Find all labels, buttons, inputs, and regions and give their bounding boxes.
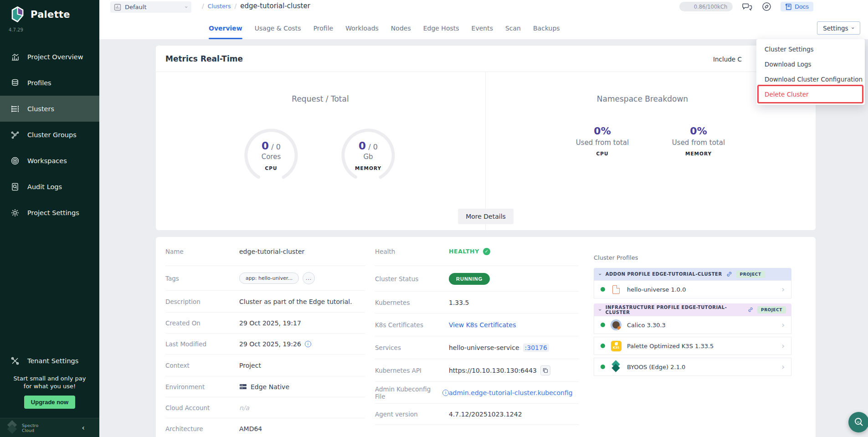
tag-chip[interactable]: app: hello-univer... [239,272,299,284]
k3s-icon: K3S [611,341,621,351]
sidebar-collapse-icon[interactable]: ‹ [82,423,85,432]
settings-dropdown-menu: Cluster Settings Download Logs Download … [756,39,865,105]
manifest-icon [612,285,620,294]
sidebar-tenant-settings: Tenant Settings [0,348,99,374]
namespace-cpu-percent: 0% [576,125,629,137]
tenant-settings-icon [10,356,20,365]
addon-profile-group: › ADDON PROFILE EDGE-TUTORIAL-CLUSTER PR… [594,268,791,298]
info-icon[interactable]: i [442,390,449,396]
info-icon[interactable]: i [305,341,311,347]
tab-scan[interactable]: Scan [505,17,521,39]
detail-row-modified: Last Modified 29 Oct 2025, 19:26i [165,334,365,355]
sidebar-item-label: Project Overview [27,53,83,61]
cpu-gauge-value: 0 / 0 [262,140,281,152]
detail-row-kubeconfig: Admin Kubeconfig Filei admin.edge-tutori… [375,382,579,404]
chat-icon [742,2,753,11]
chevron-right-icon: › [781,285,785,294]
menu-item-download-logs[interactable]: Download Logs [756,57,865,72]
infrastructure-profile-name: INFRASTRUCTURE PROFILE EDGE-TUTORIAL-CLU… [606,305,744,315]
view-k8s-certificates-link[interactable]: View K8s Certificates [449,321,516,329]
profile-layer-byoos[interactable]: BYOOS (Edge) 2.1.0 › [594,358,791,376]
sidebar-item-label: Workspaces [27,157,67,165]
chevron-down-icon[interactable]: › [597,273,603,275]
settings-button-label: Settings [823,25,848,32]
sidebar-item-clusters[interactable]: Clusters [0,96,99,122]
tab-backups[interactable]: Backups [533,17,560,39]
sidebar-item-project-overview[interactable]: Project Overview [0,44,99,70]
infrastructure-profile-header[interactable]: › INFRASTRUCTURE PROFILE EDGE-TUTORIAL-C… [594,303,791,316]
copy-icon [543,368,548,373]
detail-row-certificates: K8s Certificates View K8s Certificates [375,314,579,336]
layer-status-dot [601,344,605,348]
upgrade-now-button[interactable]: Upgrade now [24,396,75,409]
docs-label: Docs [795,3,809,10]
edge-native-icon [239,383,247,390]
last-modified-value: 29 Oct 2025, 19:26 [239,340,301,348]
sidebar-item-audit-logs[interactable]: Audit Logs [0,174,99,200]
cluster-profiles-section: Cluster Profiles › ADDON PROFILE EDGE-TU… [594,254,791,381]
detail-row-services: Services hello-universe-service :30176 [375,336,579,359]
tab-nodes[interactable]: Nodes [391,17,411,39]
chevron-down-icon[interactable]: › [597,308,603,311]
support-search-fab[interactable] [848,412,868,432]
sidebar-item-project-settings[interactable]: Project Settings [0,200,99,226]
chevron-right-icon: › [781,362,785,371]
menu-item-cluster-settings[interactable]: Cluster Settings [756,42,865,57]
divider [485,72,486,230]
sidebar-item-tenant-settings[interactable]: Tenant Settings [0,348,99,374]
profile-layer-k3s[interactable]: K3S Palette Optimized K3S 1.33.5 › [594,337,791,355]
divider [156,72,816,72]
sidebar-item-profiles[interactable]: Profiles [0,70,99,96]
sidebar-item-label: Project Settings [27,209,79,216]
tab-events[interactable]: Events [472,17,493,39]
tab-overview[interactable]: Overview [209,17,242,39]
settings-button[interactable]: Settings › [817,21,860,35]
profile-layer-calico[interactable]: Calico 3.30.3 › [594,316,791,334]
project-selector-value: Default [125,4,147,10]
promo-line2: for what you use! [0,382,99,390]
detail-row-tags: Tags app: hello-univer... ... [165,266,365,291]
kubeconfig-download-link[interactable]: admin.edge-tutorial-cluster.kubeconfig [449,389,573,396]
calico-icon [611,319,621,330]
details-middle-column: Health HEALTHY✓ Cluster Status RUNNING K… [375,237,579,425]
copy-button[interactable] [540,365,550,375]
detail-row-kubernetes-api: Kubernetes API https://10.10.130.130:644… [375,359,579,382]
help-button[interactable] [762,2,771,11]
breadcrumb-separator: / [202,2,204,10]
tab-edge-hosts[interactable]: Edge Hosts [423,17,459,39]
menu-item-delete-cluster[interactable]: Delete Cluster [756,87,865,102]
project-selector[interactable]: Default › [110,1,191,13]
breadcrumb-clusters-link[interactable]: Clusters [208,3,231,10]
chat-button[interactable] [742,2,753,11]
layer-status-dot [601,287,605,292]
tab-usage-costs[interactable]: Usage & Costs [255,17,301,39]
tab-profile[interactable]: Profile [313,17,334,39]
addon-profile-header[interactable]: › ADDON PROFILE EDGE-TUTORIAL-CLUSTER PR… [594,268,791,280]
profile-layer-hello-universe[interactable]: hello-universe 1.0.0 › [594,280,791,298]
detail-row-health: Health HEALTHY✓ [375,237,579,266]
project-scope-badge: PROJECT [757,306,786,314]
top-bar: Default › / Clusters / edge-tutorial-clu… [99,0,868,39]
spectro-cloud-brand: Spectro Cloud [22,423,38,433]
sidebar-item-workspaces[interactable]: Workspaces [0,148,99,174]
more-details-button[interactable]: More Details [458,209,514,224]
tab-bar: Overview Usage & Costs Profile Workloads… [209,17,560,39]
clusters-icon [10,104,20,113]
detail-row-created: Created On 29 Oct 2025, 19:17 [165,313,365,334]
docs-button[interactable]: Docs [781,2,813,11]
sidebar-item-label: Audit Logs [27,183,62,190]
breadcrumb: / Clusters / edge-tutorial-cluster [202,2,310,10]
spectro-cloud-logo-icon [6,422,18,434]
workspaces-icon [10,156,20,165]
addon-profile-name: ADDON PROFILE EDGE-TUTORIAL-CLUSTER [606,272,722,277]
service-port-link[interactable]: :30176 [523,344,549,352]
sidebar-nav: Project Overview Profiles Clusters Clust… [0,44,99,226]
memory-gauge-unit: Gb [363,153,373,161]
sidebar-item-cluster-groups[interactable]: Cluster Groups [0,122,99,148]
menu-item-download-cluster-configuration[interactable]: Download Cluster Configuration [756,72,865,87]
tab-workloads[interactable]: Workloads [345,17,379,39]
cluster-status-badge[interactable]: RUNNING [449,273,490,285]
request-total-title: Request / Total [292,94,349,103]
tags-more-chip[interactable]: ... [303,272,315,284]
namespace-cpu-caption: Used from total [576,139,629,147]
